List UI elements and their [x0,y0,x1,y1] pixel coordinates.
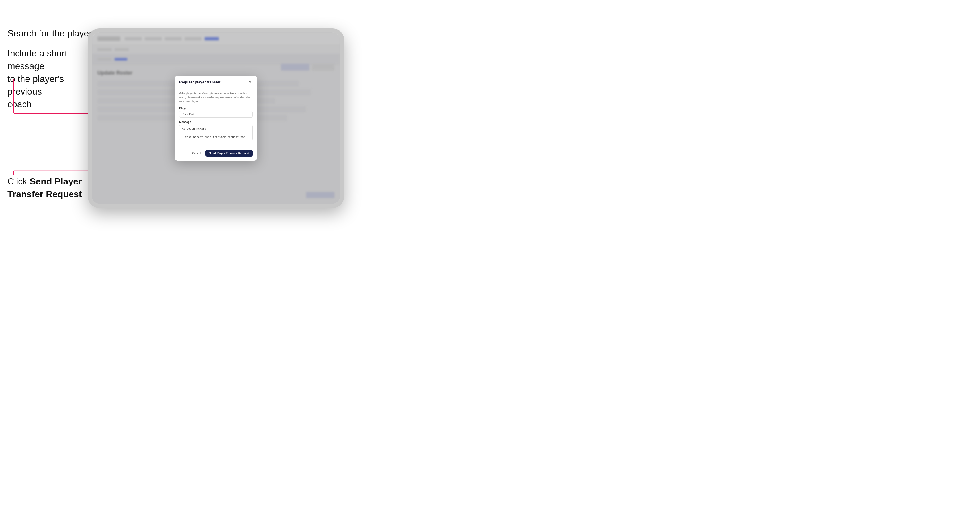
modal-header: Request player transfer ✕ [175,76,257,88]
request-transfer-modal: Request player transfer ✕ If the player … [175,76,257,161]
modal-footer: Cancel Send Player Transfer Request [175,148,257,160]
tablet-screen: Update Roster Request player transfer [92,32,340,204]
modal-description: If the player is transferring from anoth… [179,91,253,104]
cancel-button[interactable]: Cancel [190,150,203,156]
tablet-device: Update Roster Request player transfer [88,29,344,208]
modal-close-button[interactable]: ✕ [248,80,253,85]
message-field: Message Hi Coach McHarg, Please accept t… [179,121,253,141]
message-textarea[interactable]: Hi Coach McHarg, Please accept this tran… [179,125,253,140]
annotation-search: Search for the player. [7,27,94,40]
modal-body: If the player is transferring from anoth… [175,88,257,148]
send-transfer-request-button[interactable]: Send Player Transfer Request [205,150,253,157]
player-field: Player [179,107,253,117]
annotation-click: Click Send Player Transfer Request [7,175,87,201]
annotation-message: Include a short message to the player's … [7,47,87,111]
player-input[interactable] [179,111,253,117]
player-label: Player [179,107,253,110]
modal-title: Request player transfer [179,80,221,84]
modal-overlay: Request player transfer ✕ If the player … [92,32,340,204]
message-label: Message [179,121,253,124]
